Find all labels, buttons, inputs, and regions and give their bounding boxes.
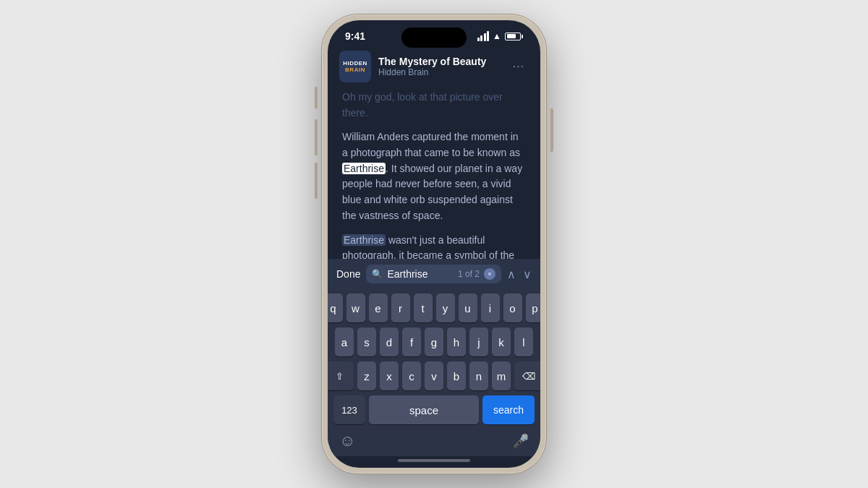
podcast-logo-line2: BRAIN [345,67,365,73]
key-t[interactable]: t [414,294,433,322]
podcast-info: The Mystery of Beauty Hidden Brain [378,56,501,77]
keyboard-row1: q w e r t y u i o p [331,294,537,322]
keyboard-row2: a s d f g h j k l [331,328,537,356]
key-c[interactable]: c [402,361,421,390]
search-icon: 🔍 [372,269,383,279]
transcript-highlight1: Earthrise [342,163,386,174]
search-bar: Done 🔍 Earthrise 1 of 2 × ∧ ∨ [328,259,540,289]
keyboard-extras: ☺ 🎤 [331,429,537,456]
battery-icon [505,33,523,40]
key-123[interactable]: 123 [333,395,365,424]
signal-icon [477,31,490,41]
phone-screen: 9:41 ▲ HIDDEN [328,20,540,468]
key-n[interactable]: n [469,361,488,390]
key-i[interactable]: i [481,294,500,322]
search-input-wrap: 🔍 Earthrise 1 of 2 × [366,265,501,283]
emoji-button[interactable]: ☺ [339,432,355,450]
key-p[interactable]: p [526,294,541,322]
search-nav: ∧ ∨ [507,267,532,281]
status-time: 9:41 [345,30,365,42]
done-button[interactable]: Done [336,268,360,280]
key-q[interactable]: q [328,294,343,322]
mic-button[interactable]: 🎤 [513,433,529,449]
volume-up-button [315,119,318,155]
delete-key[interactable]: ⌫ [514,361,540,390]
key-a[interactable]: a [335,328,354,356]
transcript-faded: Oh my god, look at that picture over the… [342,90,526,121]
key-u[interactable]: u [459,294,477,322]
key-d[interactable]: d [380,328,399,356]
dynamic-island [401,27,467,48]
space-key[interactable]: space [369,395,479,424]
transcript-area: Oh my god, look at that picture over the… [328,90,540,259]
keyboard-bottom-row: 123 space search [331,395,537,424]
search-prev-button[interactable]: ∧ [507,267,516,281]
podcast-logo: HIDDEN BRAIN [339,51,371,82]
key-l[interactable]: l [514,328,533,356]
transcript-main: William Anders captured the moment in a … [342,129,526,223]
key-b[interactable]: b [447,361,466,390]
shift-key[interactable]: ⇧ [328,361,354,390]
search-key[interactable]: search [482,395,535,424]
key-s[interactable]: s [357,328,376,356]
key-o[interactable]: o [503,294,522,322]
transcript-paragraph2: Earthrise wasn't just a beautiful photog… [342,233,526,260]
transcript-highlight2: Earthrise [342,234,386,246]
podcast-logo-line1: HIDDEN [343,60,367,67]
mute-button [315,87,318,108]
home-indicator [398,459,470,462]
search-input[interactable]: Earthrise [387,268,454,280]
key-f[interactable]: f [402,328,421,356]
key-v[interactable]: v [425,361,443,390]
key-j[interactable]: j [469,328,488,356]
key-h[interactable]: h [447,328,466,356]
transcript-before-highlight1: William Anders captured the moment in a … [342,131,520,158]
podcast-title: The Mystery of Beauty [378,56,501,67]
key-g[interactable]: g [425,328,443,356]
volume-down-button [315,163,318,199]
more-icon: ··· [513,60,524,73]
wifi-icon: ▲ [493,31,501,41]
key-m[interactable]: m [492,361,511,390]
key-w[interactable]: w [346,294,365,322]
power-button [550,108,553,152]
key-x[interactable]: x [380,361,399,390]
keyboard-row3: ⇧ z x c v b n m ⌫ [331,361,537,390]
podcast-header: HIDDEN BRAIN The Mystery of Beauty Hidde… [328,45,540,90]
key-k[interactable]: k [492,328,511,356]
search-count: 1 of 2 [458,269,480,279]
more-button[interactable]: ··· [509,56,529,77]
key-e[interactable]: e [369,294,388,322]
key-z[interactable]: z [357,361,376,390]
search-clear-button[interactable]: × [484,268,495,280]
clear-icon: × [488,271,491,278]
key-y[interactable]: y [436,294,455,322]
key-r[interactable]: r [391,294,410,322]
phone-frame: 9:41 ▲ HIDDEN [322,14,546,474]
podcast-subtitle: Hidden Brain [378,67,501,77]
keyboard: q w e r t y u i o p a s d f g h j k [328,289,540,456]
status-icons: ▲ [477,31,523,41]
search-next-button[interactable]: ∨ [523,267,532,281]
